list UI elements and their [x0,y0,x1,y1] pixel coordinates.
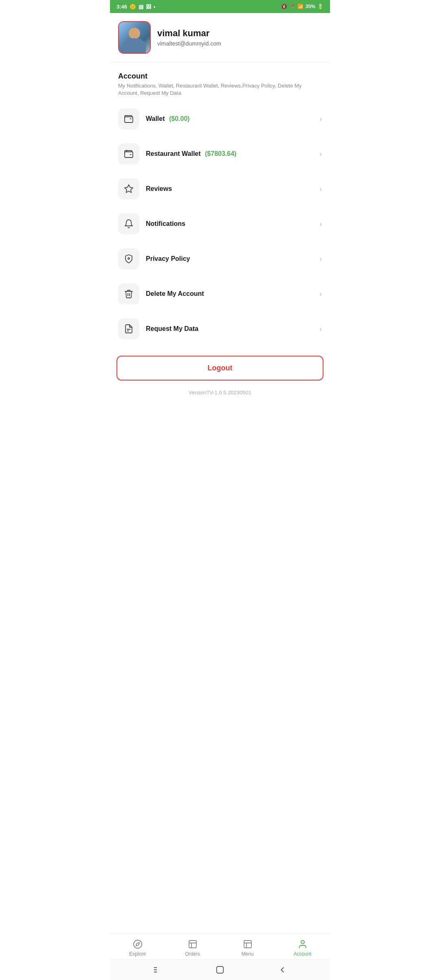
android-home-button[interactable] [216,965,224,974]
privacy-policy-label: Privacy Policy [146,255,190,262]
bottom-nav: Explore Orders Menu Account [110,934,330,959]
request-data-icon-wrap [118,318,139,339]
privacy-policy-icon-wrap [118,248,139,269]
restaurant-wallet-chevron: › [319,150,322,158]
android-nav-bar [110,959,330,980]
nav-item-explore[interactable]: Explore [123,939,152,957]
menu-list: Wallet ($0.00) › Restaurant Wallet ($780… [110,100,330,348]
android-back-button[interactable] [153,965,162,974]
version-text: VersionTV-1.0.5.20230501 [110,385,330,404]
menu-item-restaurant-wallet[interactable]: Restaurant Wallet ($7803.64) › [117,138,323,169]
nav-item-account[interactable]: Account [288,939,317,957]
svg-point-7 [134,940,142,948]
restaurant-wallet-label: Restaurant Wallet ($7803.64) [146,150,236,158]
svg-point-11 [301,941,304,944]
wallet-chevron: › [319,115,322,123]
menu-item-privacy-policy[interactable]: Privacy Policy › [117,243,323,274]
wallet-icon-wrap [118,108,139,129]
nav-label-orders: Orders [185,951,200,957]
avatar[interactable] [118,21,151,54]
svg-rect-2 [125,152,133,158]
request-data-label: Request My Data [146,325,198,332]
delete-account-label: Delete My Account [146,290,204,298]
logout-section: Logout [110,348,330,385]
logout-button[interactable]: Logout [117,356,323,381]
notifications-label: Notifications [146,220,185,228]
profile-email: vimaltest@dummyid.com [157,40,221,47]
notifications-icon-wrap [118,213,139,234]
restaurant-wallet-amount: ($7803.64) [205,150,236,157]
status-bar: 3:46 🙂 ▤ 🖼 • 🔇 📍 📶 35% 🔋 [110,0,330,13]
star-icon [124,184,134,194]
reviews-chevron: › [319,185,322,193]
profile-header: vimal kumar vimaltest@dummyid.com [110,13,330,62]
delete-account-chevron: › [319,290,322,298]
wallet-amount: ($0.00) [169,115,190,122]
nav-label-menu: Menu [241,951,253,957]
account-title: Account [118,72,322,81]
menu-item-wallet[interactable]: Wallet ($0.00) › [117,103,323,134]
wallet-label: Wallet ($0.00) [146,115,190,122]
account-section-header: Account My Notifications, Wallet, Restau… [110,62,330,100]
shield-icon [124,254,134,264]
privacy-policy-chevron: › [319,255,322,263]
svg-rect-9 [189,941,196,948]
menu-item-request-data[interactable]: Request My Data › [117,313,323,344]
reviews-icon-wrap [118,178,139,199]
menu-item-reviews[interactable]: Reviews › [117,173,323,204]
menu-item-notifications[interactable]: Notifications › [117,208,323,239]
svg-rect-15 [217,967,224,973]
svg-marker-8 [136,943,139,946]
status-time: 3:46 🙂 ▤ 🖼 • [117,4,156,10]
status-icons: 🔇 📍 📶 35% 🔋 [281,4,323,9]
orders-icon [187,939,198,949]
delete-account-icon-wrap [118,283,139,304]
explore-icon [132,939,143,949]
nav-label-account: Account [294,951,311,957]
svg-marker-3 [125,185,133,192]
notifications-chevron: › [319,220,322,228]
restaurant-wallet-icon-wrap [118,143,139,164]
svg-rect-0 [125,117,133,122]
menu-item-delete-account[interactable]: Delete My Account › [117,278,323,309]
trash-icon [124,289,134,299]
bell-icon [124,219,134,229]
svg-point-1 [130,118,131,119]
restaurant-wallet-icon [124,149,134,159]
nav-item-menu[interactable]: Menu [233,939,262,957]
nav-item-orders[interactable]: Orders [178,939,207,957]
document-icon [124,324,134,334]
svg-rect-10 [244,941,251,948]
svg-point-4 [128,258,130,259]
request-data-chevron: › [319,325,322,333]
account-description: My Notifications, Wallet, Restaurant Wal… [118,82,322,97]
reviews-label: Reviews [146,185,172,192]
menu-icon [242,939,253,949]
profile-name: vimal kumar [157,28,221,39]
android-recents-button[interactable] [278,965,287,974]
nav-label-explore: Explore [129,951,146,957]
profile-info: vimal kumar vimaltest@dummyid.com [157,28,221,47]
wallet-icon [124,114,134,124]
account-icon [297,939,308,949]
